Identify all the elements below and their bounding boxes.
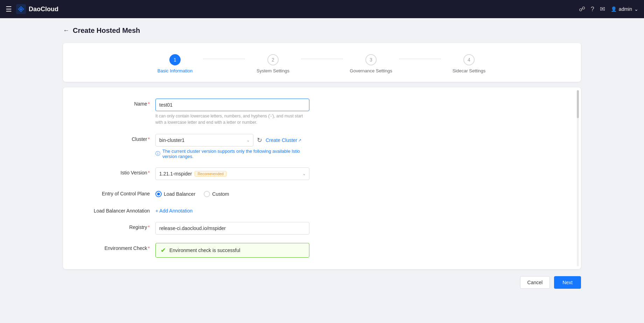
user-avatar-icon: 👤	[611, 6, 617, 12]
istio-version-select-wrap: 1.21.1-mspider Recommended ⌄	[155, 167, 309, 180]
step-4-label: Sidecar Settings	[453, 68, 486, 73]
cluster-control: bin-cluster1 ⌄ ↻ Create Cluster ↗ ⓘ The …	[155, 134, 309, 159]
step-4[interactable]: 4 Sidecar Settings	[441, 54, 497, 73]
radio-load-balancer-circle	[155, 191, 162, 197]
radio-custom-circle	[204, 191, 210, 197]
hamburger-menu[interactable]: ☰	[6, 5, 12, 13]
step-1-label: Basic Information	[158, 68, 192, 73]
page-title: Create Hosted Mesh	[73, 27, 140, 35]
cluster-row: Cluster* bin-cluster1 ⌄ ↻ Create Cluster…	[80, 134, 564, 159]
name-control: It can only contain lowercase letters, n…	[155, 99, 309, 125]
step-2[interactable]: 2 System Settings	[245, 54, 301, 73]
entry-row: Entry of Control Plane Load Balancer Cus…	[80, 188, 564, 197]
istio-version-row: Istio Version* 1.21.1-mspider Recommende…	[80, 167, 564, 180]
registry-input[interactable]	[155, 222, 309, 235]
next-button[interactable]: Next	[554, 276, 581, 289]
cluster-info-msg: ⓘ The current cluster version supports o…	[155, 149, 309, 159]
scrollbar-track[interactable]	[577, 90, 579, 266]
step-connector-1-2	[203, 59, 245, 59]
env-check-label: Environment Check*	[80, 243, 150, 251]
istio-version-select[interactable]: 1.21.1-mspider Recommended	[155, 167, 309, 180]
step-connector-3-4	[399, 59, 441, 59]
cluster-row-inner: bin-cluster1 ⌄ ↻ Create Cluster ↗	[155, 134, 309, 146]
cancel-button[interactable]: Cancel	[520, 276, 550, 289]
entry-radio-group: Load Balancer Custom	[155, 188, 309, 197]
create-cluster-link[interactable]: Create Cluster ↗	[266, 137, 301, 143]
lb-annotation-control: + Add Annotation	[155, 206, 309, 214]
brand-name: DaoCloud	[29, 6, 58, 13]
name-row: Name* It can only contain lowercase lett…	[80, 99, 564, 125]
step-3-label: Governance Settings	[350, 68, 392, 73]
step-1[interactable]: 1 Basic Information	[147, 54, 203, 73]
check-success-icon: ✔	[161, 246, 166, 254]
back-button[interactable]: ←	[63, 27, 69, 34]
svg-point-1	[20, 8, 22, 10]
radio-load-balancer[interactable]: Load Balancer	[155, 191, 195, 197]
istio-version-label: Istio Version*	[80, 167, 150, 175]
user-dropdown-icon: ⌄	[634, 6, 638, 12]
help-icon[interactable]: ?	[591, 6, 594, 13]
cluster-label: Cluster*	[80, 134, 150, 142]
step-3-circle: 3	[365, 54, 377, 65]
name-hint: It can only contain lowercase letters, n…	[155, 113, 309, 125]
user-menu[interactable]: 👤 admin ⌄	[611, 6, 638, 12]
entry-control: Load Balancer Custom	[155, 188, 309, 197]
add-annotation-button[interactable]: + Add Annotation	[155, 206, 192, 214]
env-check-control: ✔ Environment check is successful	[155, 243, 309, 258]
registry-control	[155, 222, 309, 235]
bottom-actions: Cancel Next	[63, 269, 581, 292]
lb-annotation-label: Load Balancer Annotation	[80, 206, 150, 214]
env-check-row: Environment Check* ✔ Environment check i…	[80, 243, 564, 258]
step-3[interactable]: 3 Governance Settings	[343, 54, 399, 73]
scrollbar-thumb[interactable]	[577, 90, 579, 118]
step-2-circle: 2	[267, 54, 279, 65]
registry-row: Registry*	[80, 222, 564, 235]
refresh-icon[interactable]: ↻	[257, 136, 262, 144]
istio-version-control: 1.21.1-mspider Recommended ⌄	[155, 167, 309, 180]
notifications-icon[interactable]: ✉	[600, 5, 605, 13]
env-check-success-message: ✔ Environment check is successful	[155, 243, 309, 258]
form-card: Name* It can only contain lowercase lett…	[63, 87, 581, 269]
external-link-icon: ↗	[298, 138, 301, 143]
recommended-badge: Recommended	[195, 171, 226, 177]
radio-load-balancer-inner	[157, 193, 160, 195]
top-navigation: ☰ DaoCloud ☍ ? ✉ 👤 admin ⌄	[0, 0, 644, 18]
brand-logo: DaoCloud	[16, 4, 58, 14]
lb-annotation-row: Load Balancer Annotation + Add Annotatio…	[80, 206, 564, 214]
radio-custom[interactable]: Custom	[204, 191, 229, 197]
name-label: Name*	[80, 99, 150, 107]
cluster-select[interactable]: bin-cluster1	[155, 134, 253, 146]
registry-label: Registry*	[80, 222, 150, 230]
name-input[interactable]	[155, 99, 309, 111]
page-header: ← Create Hosted Mesh	[63, 27, 581, 35]
step-2-label: System Settings	[257, 68, 289, 73]
user-name: admin	[619, 6, 632, 12]
page-content: ← Create Hosted Mesh 1 Basic Information…	[0, 18, 644, 300]
wizard-steps: 1 Basic Information 2 System Settings 3 …	[63, 43, 581, 82]
logo-icon	[16, 4, 26, 14]
entry-label: Entry of Control Plane	[80, 188, 150, 196]
step-4-circle: 4	[463, 54, 475, 65]
cluster-select-wrap: bin-cluster1 ⌄	[155, 134, 253, 146]
messages-icon[interactable]: ☍	[579, 5, 585, 13]
info-icon: ⓘ	[155, 151, 160, 157]
step-connector-2-3	[301, 59, 343, 59]
step-1-circle: 1	[169, 54, 181, 65]
